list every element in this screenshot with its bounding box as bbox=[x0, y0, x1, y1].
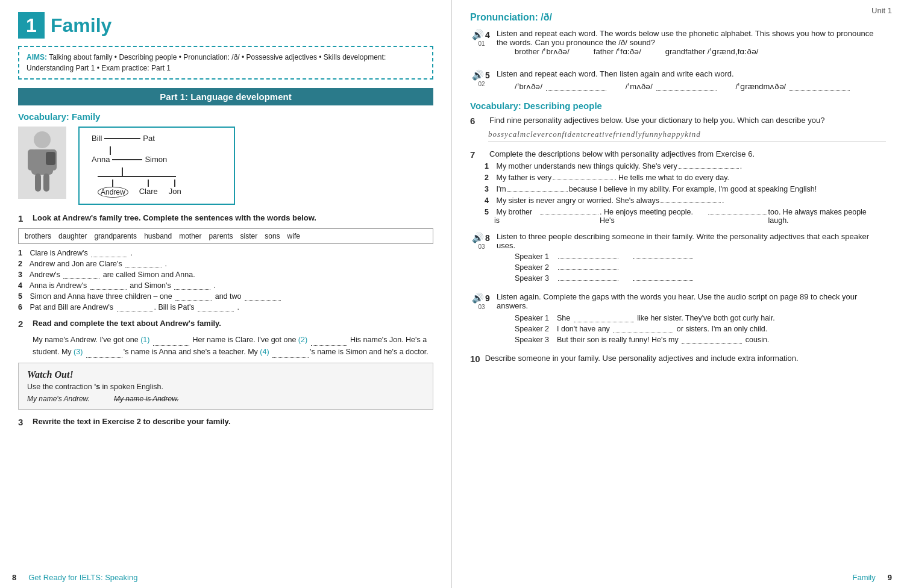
speaker-row-2: Speaker 2 bbox=[515, 263, 886, 272]
exercise4-content: Listen and repeat each word. The words b… bbox=[497, 29, 886, 62]
speaker-3-label: Speaker 3 bbox=[515, 274, 557, 283]
exercise8-instruction: Listen to three people describing someon… bbox=[497, 232, 869, 250]
s9-row-1: Speaker 1 She like her sister. They've b… bbox=[515, 314, 886, 322]
phonetic-words: brother /ˈbrʌðə/ father /ˈfɑːðə/ grandfa… bbox=[515, 47, 886, 56]
exercise1-list: 1 Clare is Andrew's . 2 Andrew and Jon a… bbox=[18, 249, 433, 311]
svg-rect-4 bbox=[35, 174, 41, 192]
exercise5-row: 🔊 5 02 Listen and repeat each word. Then… bbox=[470, 69, 886, 93]
svg-rect-5 bbox=[43, 174, 49, 192]
exercise9-audio: 🔊 9 03 bbox=[470, 292, 492, 310]
exercise7-list: 1 My mother understands new things quick… bbox=[470, 162, 886, 225]
word-sons: sons bbox=[265, 232, 280, 240]
exercise1-instruction: Look at Andrew's family tree. Complete t… bbox=[33, 213, 316, 222]
s9-row-3: Speaker 3 But their son is really funny!… bbox=[515, 336, 886, 344]
speaker-2-label: Speaker 2 bbox=[515, 263, 557, 272]
exercise3-block: 3 Rewrite the text in Exercise 2 to desc… bbox=[18, 417, 433, 430]
exercise7-num: 7 bbox=[470, 149, 480, 160]
desc-item-1: 1 My mother understands new things quick… bbox=[485, 162, 886, 170]
exercise6-block: 6 Find nine personality adjectives below… bbox=[470, 116, 886, 142]
word-brother: brother /ˈbrʌðə/ bbox=[515, 47, 570, 56]
s9-row-2: Speaker 2 I don't have any or sisters. I… bbox=[515, 325, 886, 333]
phonetic-line: /ˈbrʌðə/ /ˈmʌðə/ /ˈɡrændmʌðə/ bbox=[515, 82, 886, 91]
audio-icon-8[interactable]: 🔊 8 bbox=[472, 232, 490, 243]
exercise7-instruction: Complete the descriptions below with per… bbox=[489, 149, 755, 158]
track-02: 02 bbox=[478, 81, 485, 87]
page-num-right: Family 9 bbox=[852, 573, 892, 582]
word-daughter: daughter bbox=[58, 232, 87, 240]
svg-point-0 bbox=[34, 131, 51, 148]
list-item: 1 Clare is Andrew's . bbox=[18, 249, 433, 257]
speaker-row-1: Speaker 1 bbox=[515, 252, 886, 261]
tree-andrew: Andrew bbox=[98, 187, 128, 198]
exercise8-content: Listen to three people describing someon… bbox=[497, 232, 886, 285]
phonetic-symbol: /ð/ bbox=[541, 12, 552, 22]
family-tree-area: Bill Pat Anna Simon bbox=[18, 127, 433, 205]
s9-speaker-3-text: But their son is really funny! He's my c… bbox=[557, 336, 769, 344]
speaker-table-8: Speaker 1 Speaker 2 Speaker 3 bbox=[515, 252, 886, 283]
page-num-right-val: 9 bbox=[888, 573, 892, 582]
exercise5-audio: 🔊 5 02 bbox=[470, 69, 492, 87]
exercise9-instruction: Listen again. Complete the gaps with the… bbox=[497, 292, 857, 310]
tree-simon: Simon bbox=[145, 155, 167, 164]
track-03b: 03 bbox=[478, 304, 485, 310]
phonetic-3: /ˈɡrændmʌðə/ bbox=[736, 82, 851, 91]
exercise2-block: 2 Read and complete the text about Andre… bbox=[18, 319, 433, 410]
speaker-1-line2 bbox=[633, 258, 693, 259]
exercise9-row: 🔊 9 03 Listen again. Complete the gaps w… bbox=[470, 292, 886, 346]
svg-rect-2 bbox=[28, 149, 36, 170]
audio-icon-9[interactable]: 🔊 9 bbox=[472, 292, 490, 304]
speaker-3-line2 bbox=[633, 280, 693, 281]
colored-num-4: (4) bbox=[260, 348, 269, 356]
aims-text: Talking about family • Describing people… bbox=[27, 53, 386, 72]
list-item: 3 Andrew's are called Simon and Anna. bbox=[18, 271, 433, 279]
exercise2-num: 2 bbox=[18, 319, 28, 329]
word-wife: wife bbox=[287, 232, 300, 240]
watch-out-box: Watch Out! Use the contraction 's in spo… bbox=[18, 363, 433, 410]
speaker-table-9: Speaker 1 She like her sister. They've b… bbox=[515, 314, 886, 344]
exercise7-block: 7 Complete the descriptions below with p… bbox=[470, 149, 886, 225]
exercise8-row: 🔊 8 03 Listen to three people describing… bbox=[470, 232, 886, 285]
word-brothers: brothers bbox=[25, 232, 51, 240]
tree-line-children bbox=[98, 176, 176, 177]
tree-bill: Bill bbox=[92, 134, 102, 143]
speaker-1-label: Speaker 1 bbox=[515, 252, 557, 261]
exercise6-instruction: Find nine personality adjectives below. … bbox=[489, 116, 824, 125]
phonetic-2: /ˈmʌðə/ bbox=[626, 82, 718, 91]
exercise10-block: 10 Describe someone in your family. Use … bbox=[470, 354, 886, 364]
unit-title: Family bbox=[51, 14, 111, 37]
watch-out-text: Use the contraction 's in spoken English… bbox=[27, 383, 424, 391]
exercise4-block: 🔊 4 01 Listen and repeat each word. The … bbox=[470, 29, 886, 62]
speaker-row-3: Speaker 3 bbox=[515, 274, 886, 283]
family-tree-box: Bill Pat Anna Simon bbox=[78, 127, 235, 205]
audio-icon-5[interactable]: 🔊 5 bbox=[472, 69, 490, 81]
aims-label: AIMS: bbox=[27, 53, 47, 61]
s9-speaker-1-text: She like her sister. They've both got cu… bbox=[557, 314, 775, 322]
watch-out-example2: My name is Andrew. bbox=[114, 395, 179, 403]
page-label-right: Family bbox=[852, 573, 875, 582]
unit-label: Unit 1 bbox=[871, 6, 892, 15]
word-father: father /ˈfɑːðə/ bbox=[594, 47, 641, 56]
word-husband: husband bbox=[144, 232, 172, 240]
s9-speaker-2-label: Speaker 2 bbox=[515, 325, 557, 333]
list-item: 2 Andrew and Jon are Clare's . bbox=[18, 260, 433, 268]
exercise4-row: 🔊 4 01 Listen and repeat each word. The … bbox=[470, 29, 886, 62]
track-03a: 03 bbox=[478, 243, 485, 250]
aims-box: AIMS: Talking about family • Describing … bbox=[18, 46, 433, 80]
person-photo bbox=[18, 127, 66, 199]
page-label-left: Get Ready for IELTS: Speaking bbox=[28, 573, 137, 582]
exercise3-instruction: Rewrite the text in Exercise 2 to descri… bbox=[33, 417, 231, 426]
desc-item-3: 3 I'm because I believe in my ability. F… bbox=[485, 185, 886, 193]
desc-item-5: 5 My brother is . He enjoys meeting peop… bbox=[485, 208, 886, 225]
s9-speaker-1-label: Speaker 1 bbox=[515, 314, 557, 322]
exercise10-num: 10 bbox=[470, 354, 480, 364]
tree-line-v2 bbox=[122, 167, 123, 176]
unit-number: 1 bbox=[18, 12, 45, 39]
word-bank: brothers daughter grandparents husband m… bbox=[18, 228, 433, 244]
watch-out-title: Watch Out! bbox=[27, 369, 424, 380]
phonetic-1: /ˈbrʌðə/ bbox=[515, 82, 607, 91]
audio-icon-4[interactable]: 🔊 4 bbox=[472, 29, 490, 40]
tree-row-bill-pat: Bill Pat bbox=[92, 134, 222, 143]
tree-clare: Clare bbox=[139, 187, 158, 196]
tree-children-row: Andrew Clare Jon bbox=[92, 180, 222, 198]
part1-header: Part 1: Language development bbox=[18, 88, 433, 105]
